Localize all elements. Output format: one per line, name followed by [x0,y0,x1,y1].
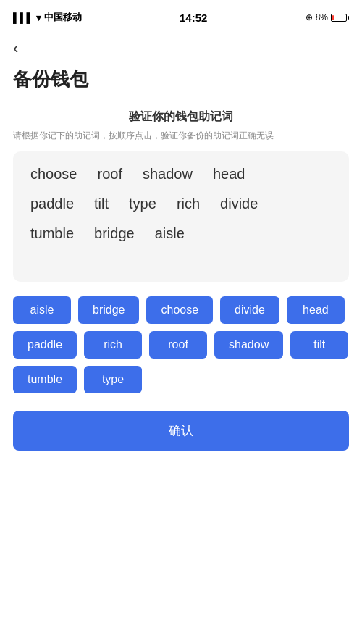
selectable-word-button[interactable]: aisle [13,296,71,324]
selectable-word-button[interactable]: paddle [13,331,77,359]
display-word: roof [98,166,122,183]
word-row-1: chooseroofshadowhead [30,166,332,183]
section-header: 验证你的钱包助记词 请根据你记下的助记词，按顺序点击，验证你备份的助记词正确无误 [13,109,349,143]
word-display-box: chooseroofshadowhead paddletilttyperichd… [13,151,349,282]
selectable-word-button[interactable]: tumble [13,366,77,393]
word-row-2: paddletilttyperichdivide [30,196,332,212]
confirm-area: 确认 [13,411,349,451]
page-title: 备份钱包 [0,58,362,92]
display-word: tilt [94,196,109,212]
section-sub-title: 请根据你记下的助记词，按顺序点击，验证你备份的助记词正确无误 [13,129,349,143]
status-time: 14:52 [180,12,207,24]
display-word: paddle [30,196,74,212]
battery-percentage: 8% [316,12,328,22]
selectable-word-button[interactable]: tilt [290,331,348,359]
display-word: head [213,166,245,183]
circle-icon: ⊕ [306,12,313,22]
display-word: aisle [155,225,185,242]
word-row-3: tumblebridgeaisle [30,225,332,242]
status-bar: ▌▌▌ ▾ 中国移动 14:52 ⊕ 8% [0,0,362,32]
display-word: divide [220,196,258,212]
confirm-button[interactable]: 确认 [13,411,349,451]
selectable-word-button[interactable]: roof [149,331,207,359]
word-buttons-area: aislebridgechoosedivideheadpaddlerichroo… [13,296,349,393]
display-word: rich [177,196,200,212]
display-word: shadow [143,166,193,183]
display-word: tumble [30,225,74,242]
status-battery-area: ⊕ 8% [306,12,349,22]
selectable-word-button[interactable]: divide [220,296,279,324]
selectable-word-button[interactable]: type [84,366,142,393]
battery-icon [331,14,349,22]
status-carrier: ▌▌▌ ▾ 中国移动 [13,11,82,24]
selectable-word-button[interactable]: bridge [78,296,139,324]
selectable-word-button[interactable]: head [287,296,345,324]
selectable-word-button[interactable]: shadow [214,331,283,359]
section-main-title: 验证你的钱包助记词 [13,109,349,125]
signal-icon: ▌▌▌ [13,12,33,23]
display-word: bridge [94,225,135,242]
wifi-icon: ▾ [36,12,41,23]
selectable-word-button[interactable]: rich [84,331,142,359]
back-button[interactable]: ‹ [0,32,31,58]
display-word: type [129,196,156,212]
selectable-word-button[interactable]: choose [146,296,213,324]
display-word: choose [30,166,77,183]
